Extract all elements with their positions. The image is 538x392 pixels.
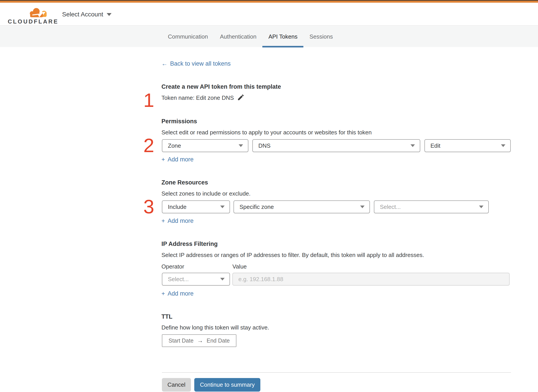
zone-type-value: Specific zone <box>239 204 274 210</box>
footer-divider <box>162 372 511 373</box>
plus-icon: + <box>161 156 165 163</box>
zone-resources-heading: Zone Resources <box>161 179 208 186</box>
tab-sessions[interactable]: Sessions <box>303 26 339 47</box>
tabs: Communication Authentication API Tokens … <box>162 26 339 47</box>
zone-picker-select[interactable]: Select... <box>374 201 489 213</box>
page: CLOUDFLARE Select Account Communication … <box>0 0 538 392</box>
tab-label: Communication <box>168 33 208 40</box>
step-number-1: 1 <box>143 90 154 110</box>
active-tab-underline <box>262 46 303 47</box>
token-name-text: Token name: Edit zone DNS <box>161 94 234 101</box>
ip-value-label: Value <box>232 263 247 270</box>
start-date-label: Start Date <box>168 337 194 344</box>
zone-include-select[interactable]: Include <box>162 201 230 213</box>
tab-bar: Communication Authentication API Tokens … <box>0 25 538 47</box>
zone-picker-placeholder: Select... <box>380 204 401 210</box>
ip-filtering-add-more-link[interactable]: + Add more <box>161 290 194 297</box>
tab-label: Sessions <box>309 33 333 40</box>
cloudflare-cloud-icon <box>27 7 49 18</box>
chevron-down-icon <box>411 144 415 147</box>
back-to-tokens-link[interactable]: ← Back to view all tokens <box>161 60 231 67</box>
account-selector[interactable]: Select Account <box>62 10 112 19</box>
step-number-3: 3 <box>143 197 154 216</box>
chevron-down-icon <box>220 205 225 208</box>
cancel-button[interactable]: Cancel <box>162 378 191 392</box>
permissions-heading: Permissions <box>161 118 197 125</box>
ttl-heading: TTL <box>161 313 172 320</box>
edit-pencil-icon[interactable] <box>237 93 245 101</box>
tab-label: API Tokens <box>268 33 297 40</box>
end-date-label: End Date <box>207 337 230 344</box>
ttl-date-range-picker[interactable]: Start Date → End Date <box>162 334 236 347</box>
ip-value-input[interactable] <box>232 273 510 285</box>
permission-resource-value: DNS <box>258 142 271 149</box>
logo-wordmark: CLOUDFLARE <box>8 18 59 25</box>
chevron-down-icon <box>107 13 112 16</box>
zone-type-select[interactable]: Specific zone <box>234 201 370 213</box>
plus-icon: + <box>161 290 165 297</box>
ip-filtering-description: Select IP addresses or ranges of IP addr… <box>161 252 424 258</box>
right-arrow-icon: → <box>197 337 203 344</box>
add-more-label: Add more <box>168 290 194 297</box>
chevron-down-icon <box>479 205 483 208</box>
brand-orange-bar <box>0 1 538 3</box>
ip-operator-placeholder: Select... <box>168 276 189 283</box>
chevron-down-icon <box>220 278 225 280</box>
permission-access-value: Edit <box>430 142 440 149</box>
plus-icon: + <box>161 218 165 224</box>
back-link-label: Back to view all tokens <box>170 60 231 67</box>
chevron-down-icon <box>501 144 505 147</box>
tab-label: Authentication <box>220 33 257 40</box>
permission-scope-value: Zone <box>168 142 181 149</box>
template-heading: Create a new API token from this templat… <box>161 83 281 90</box>
tab-api-tokens[interactable]: API Tokens <box>262 26 303 47</box>
permissions-description: Select edit or read permissions to apply… <box>161 129 372 136</box>
permissions-add-more-link[interactable]: + Add more <box>161 156 194 163</box>
tab-communication[interactable]: Communication <box>162 26 214 47</box>
ip-operator-select[interactable]: Select... <box>162 273 230 285</box>
permission-access-select[interactable]: Edit <box>425 139 511 152</box>
add-more-label: Add more <box>168 156 194 163</box>
cloudflare-logo: CLOUDFLARE <box>8 5 61 26</box>
step-number-2: 2 <box>143 136 154 155</box>
tab-authentication[interactable]: Authentication <box>214 26 262 47</box>
zone-resources-description: Select zones to include or exclude. <box>161 190 251 197</box>
left-arrow-icon: ← <box>161 60 168 67</box>
zone-include-value: Include <box>168 204 187 210</box>
zone-resources-add-more-link[interactable]: + Add more <box>161 218 194 224</box>
ip-filtering-heading: IP Address Filtering <box>161 241 218 247</box>
app-header: CLOUDFLARE Select Account <box>0 3 538 25</box>
account-selector-label: Select Account <box>62 11 103 18</box>
chevron-down-icon <box>239 144 243 147</box>
ttl-description: Define how long this token will stay act… <box>161 324 269 331</box>
ip-operator-label: Operator <box>161 263 184 270</box>
add-more-label: Add more <box>168 218 194 224</box>
permission-resource-select[interactable]: DNS <box>252 139 420 152</box>
chevron-down-icon <box>360 205 365 208</box>
token-name-row: Token name: Edit zone DNS <box>161 93 245 101</box>
permission-scope-select[interactable]: Zone <box>162 139 248 152</box>
continue-to-summary-button[interactable]: Continue to summary <box>194 378 260 392</box>
